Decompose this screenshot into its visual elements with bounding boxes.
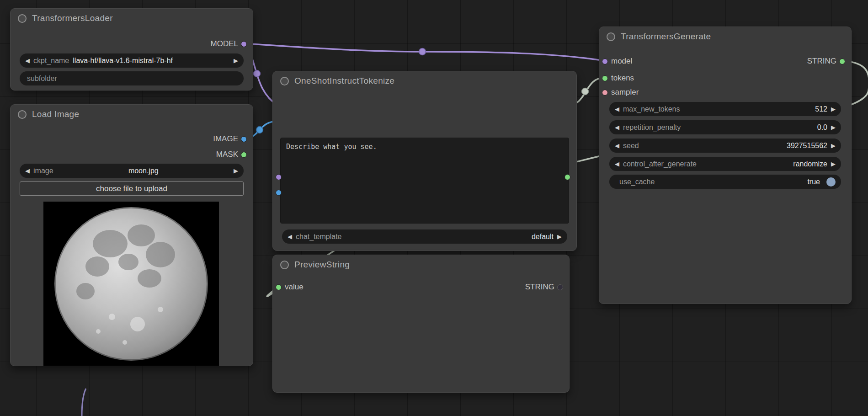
- node-title-label: TransformersGenerate: [621, 32, 711, 42]
- input-slot-tokens: tokens: [611, 72, 634, 84]
- input-port-sampler[interactable]: [602, 90, 608, 96]
- node-status-icon: [280, 261, 289, 269]
- widget-label: use_cache: [619, 178, 655, 186]
- output-label: MODEL: [211, 39, 238, 48]
- link-midpoint-dot[interactable]: [254, 70, 261, 77]
- widget-increment-icon[interactable]: ▶: [557, 234, 562, 240]
- toggle-knob-icon[interactable]: [826, 177, 836, 187]
- node-titlebar[interactable]: TransformersLoader: [11, 9, 253, 28]
- input-port-images[interactable]: [276, 190, 282, 196]
- widget-decrement-icon[interactable]: ◀: [615, 143, 619, 149]
- widget-increment-icon[interactable]: ▶: [831, 143, 836, 149]
- node-title-label: PreviewString: [294, 260, 350, 270]
- node-title-label: Load Image: [32, 109, 79, 119]
- output-slot-image: IMAGE: [213, 133, 238, 145]
- widget-decrement-icon[interactable]: ◀: [615, 161, 619, 167]
- output-port-model[interactable]: [241, 41, 247, 47]
- widget-decrement-icon[interactable]: ◀: [25, 168, 30, 174]
- node-oneshot-instruct-tokenize[interactable]: OneShotInstructTokenize model images TOK…: [272, 71, 577, 251]
- node-load-image[interactable]: Load Image IMAGE MASK ◀ image moon.jpg ▶…: [10, 104, 253, 366]
- widget-value: default: [346, 233, 554, 241]
- image-preview: [43, 202, 219, 366]
- input-label: sampler: [611, 88, 639, 97]
- widget-increment-icon[interactable]: ▶: [234, 168, 238, 174]
- widget-value: moon.jpg: [57, 167, 230, 175]
- node-preview-string[interactable]: PreviewString value STRING: [272, 255, 570, 393]
- output-label: IMAGE: [213, 134, 238, 144]
- node-transformers-generate[interactable]: TransformersGenerate model tokens sample…: [599, 27, 852, 304]
- upload-button[interactable]: choose file to upload: [20, 181, 244, 196]
- node-title-label: TransformersLoader: [32, 13, 113, 23]
- widget-decrement-icon[interactable]: ◀: [25, 58, 30, 64]
- link-midpoint-dot[interactable]: [256, 127, 263, 133]
- use-cache-widget[interactable]: use_cache true: [609, 175, 841, 189]
- output-label: STRING: [525, 283, 554, 292]
- widget-label: image: [33, 167, 53, 175]
- widget-decrement-icon[interactable]: ◀: [615, 124, 619, 130]
- output-port-string[interactable]: [839, 59, 845, 64]
- input-label: model: [611, 57, 632, 66]
- output-port-image[interactable]: [241, 136, 247, 142]
- widget-increment-icon[interactable]: ▶: [831, 106, 836, 112]
- input-slot-model: model: [611, 55, 632, 67]
- input-port-model[interactable]: [602, 59, 608, 64]
- widget-increment-icon[interactable]: ▶: [831, 124, 836, 130]
- input-port-tokens[interactable]: [602, 75, 608, 81]
- seed-widget[interactable]: ◀ seed 3927515562 ▶: [609, 139, 841, 153]
- node-status-icon: [18, 110, 27, 119]
- widget-label: chat_template: [296, 233, 342, 241]
- input-label: value: [285, 283, 304, 292]
- prompt-textarea[interactable]: Describe what you see.: [280, 138, 569, 224]
- input-port-value[interactable]: [276, 284, 282, 290]
- node-status-icon: [607, 32, 615, 41]
- image-filename-widget[interactable]: ◀ image moon.jpg ▶: [20, 164, 244, 178]
- control-after-generate-widget[interactable]: ◀ control_after_generate randomize ▶: [609, 157, 841, 171]
- widget-label: control_after_generate: [623, 160, 697, 168]
- node-titlebar[interactable]: OneShotInstructTokenize: [273, 71, 576, 91]
- widget-label: seed: [623, 142, 639, 150]
- input-slot-value: value: [285, 281, 304, 293]
- widget-label: max_new_tokens: [623, 105, 680, 113]
- widget-value: 0.0: [684, 123, 827, 132]
- output-label: MASK: [216, 150, 238, 159]
- repetition-penalty-widget[interactable]: ◀ repetition_penalty 0.0 ▶: [609, 120, 841, 134]
- output-slot-string: STRING: [525, 281, 554, 293]
- link-offscreen-stub[interactable]: [82, 389, 86, 416]
- output-port-tokens[interactable]: [564, 174, 570, 180]
- output-port-mask[interactable]: [241, 152, 247, 158]
- node-status-icon: [18, 14, 27, 23]
- node-titlebar[interactable]: PreviewString: [273, 255, 569, 274]
- moon-image: [43, 202, 219, 366]
- widget-increment-icon[interactable]: ▶: [831, 161, 836, 167]
- input-label: tokens: [611, 74, 634, 83]
- output-port-string[interactable]: [557, 284, 563, 290]
- ckpt-name-widget[interactable]: ◀ ckpt_name llava-hf/llava-v1.6-mistral-…: [20, 53, 244, 68]
- node-graph-canvas[interactable]: TransformersLoader MODEL ◀ ckpt_name lla…: [0, 0, 868, 416]
- node-title-label: OneShotInstructTokenize: [294, 76, 394, 86]
- node-titlebar[interactable]: Load Image: [11, 105, 253, 124]
- chat-template-widget[interactable]: ◀ chat_template default ▶: [282, 229, 567, 244]
- widget-decrement-icon[interactable]: ◀: [288, 234, 292, 240]
- output-slot-model: MODEL: [211, 38, 238, 50]
- widget-decrement-icon[interactable]: ◀: [615, 106, 619, 112]
- link-midpoint-dot[interactable]: [582, 88, 589, 95]
- widget-value: true: [658, 178, 820, 186]
- widget-label: repetition_penalty: [623, 123, 681, 132]
- input-slot-sampler: sampler: [611, 86, 639, 98]
- node-status-icon: [280, 77, 289, 85]
- widget-value: 3927515562: [643, 142, 827, 150]
- node-transformers-loader[interactable]: TransformersLoader MODEL ◀ ckpt_name lla…: [10, 8, 253, 91]
- link-midpoint-dot[interactable]: [419, 48, 426, 55]
- widget-value: llava-hf/llava-v1.6-mistral-7b-hf: [73, 57, 230, 65]
- subfolder-input[interactable]: [20, 71, 244, 85]
- widget-increment-icon[interactable]: ▶: [234, 58, 238, 64]
- output-slot-string: STRING: [807, 55, 836, 67]
- node-titlebar[interactable]: TransformersGenerate: [599, 27, 851, 46]
- widget-value: randomize: [700, 160, 827, 168]
- widget-label: ckpt_name: [33, 57, 69, 65]
- output-slot-mask: MASK: [216, 149, 238, 160]
- widget-value: 512: [684, 105, 827, 113]
- output-label: STRING: [807, 57, 836, 66]
- input-port-model[interactable]: [276, 174, 282, 180]
- max-new-tokens-widget[interactable]: ◀ max_new_tokens 512 ▶: [609, 102, 841, 116]
